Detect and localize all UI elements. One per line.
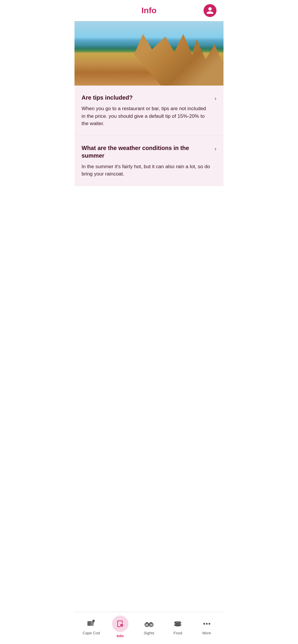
page-title: Info [141,6,156,15]
avatar-button[interactable] [204,4,216,17]
info-section: Are tips included? When you go to a rest… [74,86,223,186]
info-card-weather[interactable]: What are the weather conditions in the s… [74,136,223,186]
app-header: Info [74,0,223,21]
info-card-tips-content: Are tips included? When you go to a rest… [82,94,211,127]
info-card-tips-title: Are tips included? [82,94,211,101]
info-card-weather-title: What are the weather conditions in the s… [82,144,211,159]
user-icon [206,6,214,15]
info-card-tips-body: When you go to a restaurant or bar, tips… [82,105,211,127]
chevron-right-icon-2: › [214,145,216,152]
info-card-tips[interactable]: Are tips included? When you go to a rest… [74,86,223,136]
info-card-weather-content: What are the weather conditions in the s… [82,144,211,178]
chevron-right-icon: › [214,95,216,102]
content-area [74,186,223,333]
hero-image [74,21,223,86]
info-card-weather-body: In the summer it's fairly hot, but it ca… [82,163,211,178]
